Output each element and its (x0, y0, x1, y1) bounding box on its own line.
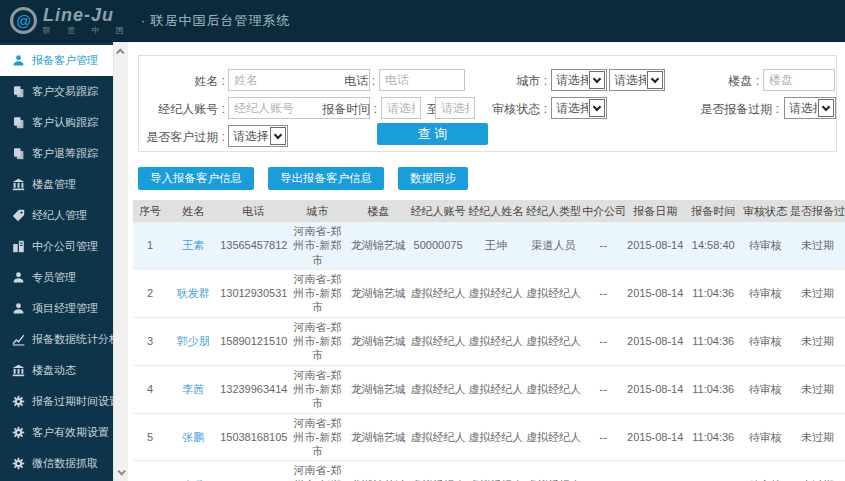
column-header-8: 中介公司 (582, 200, 624, 222)
agent-account-label: 经纪人账号 : (141, 101, 225, 118)
sidebar-item-1[interactable]: 客户交易跟踪 (0, 76, 113, 107)
sidebar-scrollbar[interactable] (113, 42, 128, 481)
customer-name-link[interactable]: 张兵 (167, 461, 219, 481)
cell: 2015-08-14 (624, 269, 686, 317)
user-icon (12, 271, 25, 284)
scroll-up-icon[interactable] (114, 44, 128, 59)
customer-name-link[interactable]: 李茜 (167, 365, 219, 413)
cell: 王坤 (467, 222, 525, 269)
sidebar-item-label: 客户退筹跟踪 (32, 146, 98, 161)
cell: 龙湖锦艺城 (347, 461, 409, 481)
cell: 龙湖锦艺城 (347, 317, 409, 365)
sidebar-item-10[interactable]: 楼盘动态 (0, 355, 113, 386)
cell: 虚拟经纪人 (409, 269, 467, 317)
cell: 龙湖锦艺城 (347, 413, 409, 461)
cell: 待审核 (740, 365, 790, 413)
cell: 虚拟经纪人 (467, 365, 525, 413)
sidebar-item-4[interactable]: 楼盘管理 (0, 169, 113, 200)
cell: 虚拟经纪人 (409, 317, 467, 365)
cell: 15038168105 (219, 413, 287, 461)
sidebar-item-6[interactable]: 中介公司管理 (0, 231, 113, 262)
cell: 龙湖锦艺城 (347, 365, 409, 413)
data-sync-button[interactable]: 数据同步 (398, 167, 468, 190)
customer-expired-select[interactable]: 请选择 (228, 125, 288, 147)
sidebar-item-2[interactable]: 客户认购跟踪 (0, 107, 113, 138)
sidebar-item-7[interactable]: 专员管理 (0, 262, 113, 293)
cell: 待审核 (740, 461, 790, 481)
customer-name-link[interactable]: 王素 (167, 222, 219, 269)
customer-expired-label: 是否客户过期 : (141, 129, 225, 146)
cell: 河南省-郑州市-新郑市 (287, 461, 347, 481)
sidebar-item-12[interactable]: 客户有效期设置 (0, 417, 113, 448)
column-header-3: 城市 (287, 200, 347, 222)
brand-name: Line-Ju (43, 6, 131, 24)
cell: 2015-08-14 (624, 365, 686, 413)
sidebar-item-5[interactable]: 经纪人管理 (0, 200, 113, 231)
cell: 虚拟经纪人 (525, 413, 583, 461)
cell: 15890121510 (219, 317, 287, 365)
chart-icon (12, 333, 25, 346)
cell: 虚拟经纪人 (525, 317, 583, 365)
phone-input[interactable] (379, 69, 465, 91)
export-customers-button[interactable]: 导出报备客户信息 (268, 167, 384, 190)
table-row: 6张兵18137865115河南省-郑州市-新郑市龙湖锦艺城虚拟经纪人虚拟经纪人… (133, 461, 845, 481)
cell: 待审核 (740, 222, 790, 269)
column-header-10: 报备时间 (686, 200, 740, 222)
cell: 龙湖锦艺城 (347, 269, 409, 317)
brand-subtitle: 联 居 中 国 (43, 27, 131, 35)
chevron-down-icon (647, 71, 663, 89)
sidebar-item-3[interactable]: 客户退筹跟踪 (0, 138, 113, 169)
gear-icon (12, 395, 25, 408)
cell: 待审核 (740, 269, 790, 317)
gear-icon (12, 426, 25, 439)
scroll-down-icon[interactable] (114, 464, 128, 479)
table-row: 1王素13565457812河南省-郑州市-新郑市龙湖锦艺城50000075王坤… (133, 222, 845, 269)
cell: 虚拟经纪人 (467, 269, 525, 317)
track-icon (12, 116, 25, 129)
report-expired-select[interactable]: 请选择 (784, 97, 836, 119)
report-time-from-input[interactable] (381, 97, 421, 119)
cell: 未过期 (790, 413, 845, 461)
city-province-select[interactable]: 请选择 (551, 69, 607, 91)
cell: -- (582, 222, 624, 269)
sidebar-item-9[interactable]: 报备数据统计分析 (0, 324, 113, 355)
customer-name-link[interactable]: 耿发群 (167, 269, 219, 317)
query-button[interactable]: 查 询 (377, 123, 488, 145)
user-icon (12, 302, 25, 315)
sidebar-item-label: 客户交易跟踪 (32, 84, 98, 99)
cell: 河南省-郑州市-新郑市 (287, 317, 347, 365)
import-customers-button[interactable]: 导入报备客户信息 (138, 167, 254, 190)
cell: 50000075 (409, 222, 467, 269)
sidebar-item-8[interactable]: 项目经理管理 (0, 293, 113, 324)
sidebar-item-label: 专员管理 (32, 270, 76, 285)
cell: 4 (133, 365, 167, 413)
cell: 虚拟经纪人 (467, 413, 525, 461)
cell: 11:04:36 (686, 365, 740, 413)
sidebar-item-label: 报备数据统计分析 (32, 332, 113, 347)
chevron-down-icon (589, 71, 605, 89)
cell: 11:04:36 (686, 461, 740, 481)
cell: 未过期 (790, 461, 845, 481)
city-city-select[interactable]: 请选择 (609, 69, 665, 91)
app-window: @ Line-Ju 联 居 中 国 · 联居中国后台管理系统 报备客户管理客户交… (0, 0, 845, 481)
cell: 2015-08-14 (624, 222, 686, 269)
table-row: 3郭少朋15890121510河南省-郑州市-新郑市龙湖锦艺城虚拟经纪人虚拟经纪… (133, 317, 845, 365)
column-header-5: 经纪人账号 (409, 200, 467, 222)
cell: 2015-08-14 (624, 317, 686, 365)
cell: 虚拟经纪人 (409, 413, 467, 461)
cell: 龙湖锦艺城 (347, 222, 409, 269)
cell: 14:58:40 (686, 222, 740, 269)
customer-name-link[interactable]: 郭少朋 (167, 317, 219, 365)
cell: 3 (133, 317, 167, 365)
column-header-9: 报备日期 (624, 200, 686, 222)
audit-status-label: 审核状态 : (463, 101, 547, 118)
audit-status-select[interactable]: 请选择 (551, 97, 607, 119)
sidebar-item-0[interactable]: 报备客户管理 (0, 45, 113, 76)
cell: 1 (133, 222, 167, 269)
chevron-down-icon (270, 127, 286, 145)
customer-name-link[interactable]: 张鹏 (167, 413, 219, 461)
building-input[interactable] (763, 69, 835, 91)
sidebar-item-13[interactable]: 微信数据抓取 (0, 448, 113, 479)
logo: @ Line-Ju 联 居 中 国 (10, 6, 131, 35)
sidebar-item-11[interactable]: 报备过期时间设置 (0, 386, 113, 417)
